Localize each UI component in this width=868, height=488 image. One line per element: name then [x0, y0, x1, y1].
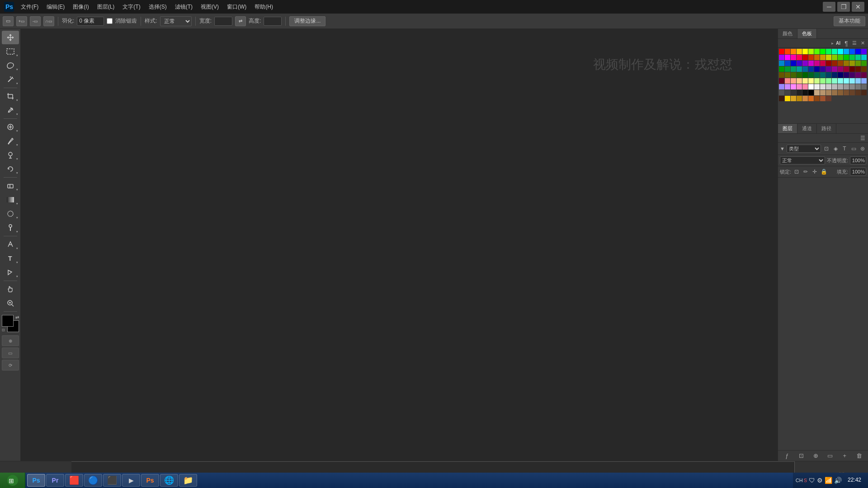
swatch-color[interactable] — [814, 66, 820, 72]
menu-view[interactable]: 视图(V) — [197, 2, 222, 12]
swatch-color[interactable] — [814, 78, 820, 84]
blend-mode-select[interactable]: 正常 — [780, 156, 825, 164]
system-clock[interactable]: 22:42 — [844, 477, 865, 484]
swatch-color[interactable] — [838, 90, 843, 95]
swap-colors[interactable]: ⇄ — [15, 315, 19, 320]
menu-file[interactable]: 文件(F) — [17, 2, 42, 12]
swatch-color[interactable] — [791, 96, 796, 101]
swatch-color[interactable] — [838, 61, 843, 66]
height-input[interactable] — [264, 17, 282, 26]
swatch-color[interactable] — [820, 96, 826, 101]
swatch-color[interactable] — [808, 61, 814, 66]
swatch-color[interactable] — [785, 90, 790, 95]
swatch-color[interactable] — [791, 78, 796, 84]
swatch-color[interactable] — [808, 84, 814, 89]
swatch-color[interactable] — [849, 55, 855, 60]
swatch-color[interactable] — [861, 66, 867, 72]
swatch-color[interactable] — [814, 96, 820, 101]
swatch-color[interactable] — [832, 90, 837, 95]
subtract-selection-btn[interactable]: -▭ — [30, 16, 41, 26]
swatch-color[interactable] — [855, 49, 861, 54]
lock-paint-btn[interactable]: ✏ — [802, 168, 809, 175]
menu-help[interactable]: 帮助(H) — [251, 2, 277, 12]
path-select-tool[interactable]: ▾ — [2, 266, 19, 279]
swatch-color[interactable] — [832, 72, 837, 78]
swatch-color[interactable] — [785, 49, 790, 54]
swap-dimensions-btn[interactable]: ⇄ — [235, 16, 246, 26]
swatch-color[interactable] — [779, 61, 784, 66]
anti-alias-checkbox[interactable] — [107, 18, 113, 24]
swatch-color[interactable] — [785, 55, 790, 60]
swatch-color[interactable] — [797, 49, 802, 54]
swatch-color[interactable] — [797, 78, 802, 84]
swatch-color[interactable] — [820, 55, 826, 60]
lock-position-btn[interactable]: ✛ — [811, 168, 818, 175]
swatch-color[interactable] — [820, 72, 826, 78]
swatch-color[interactable] — [820, 61, 826, 66]
swatch-color[interactable] — [808, 72, 814, 78]
paths-tab[interactable]: 路径 — [817, 124, 836, 133]
layer-type-select[interactable]: 类型 — [787, 145, 821, 153]
swatch-color[interactable] — [797, 66, 802, 72]
quick-mask-btn[interactable]: ⊕ — [2, 335, 19, 346]
swatch-color[interactable] — [791, 84, 796, 89]
swatch-color[interactable] — [826, 78, 831, 84]
menu-window[interactable]: 窗口(W) — [223, 2, 250, 12]
swatch-color[interactable] — [855, 72, 861, 78]
swatch-color[interactable] — [791, 72, 796, 78]
swatch-color[interactable] — [826, 55, 831, 60]
taskbar-app4-btn[interactable]: 🔵 — [84, 474, 102, 487]
swatch-color[interactable] — [814, 72, 820, 78]
swatch-color[interactable] — [832, 78, 837, 84]
intersect-selection-btn[interactable]: ∩▭ — [43, 16, 54, 26]
restore-button[interactable]: ❐ — [837, 2, 850, 12]
screen-mode-btn[interactable]: ▭ — [2, 347, 19, 358]
settings-tray-icon[interactable]: ⚙ — [817, 477, 823, 484]
swatch-color[interactable] — [832, 84, 837, 89]
swatch-color[interactable] — [826, 72, 831, 78]
ai-panel-btn[interactable]: AI — [835, 40, 842, 47]
opacity-input[interactable] — [850, 156, 866, 164]
healing-tool[interactable]: ▾ — [2, 120, 19, 134]
swatch-color[interactable] — [838, 55, 843, 60]
gradient-tool[interactable]: ▾ — [2, 193, 19, 206]
swatch-color[interactable] — [779, 90, 784, 95]
swatch-color[interactable] — [785, 66, 790, 72]
swatch-color[interactable] — [802, 72, 808, 78]
filter-pixel-btn[interactable]: ⊡ — [823, 145, 830, 152]
swatch-color[interactable] — [808, 96, 814, 101]
swatch-color[interactable] — [832, 49, 837, 54]
foreground-color[interactable] — [2, 315, 14, 327]
taskbar-app9-btn[interactable]: 📁 — [179, 474, 197, 487]
swatch-color[interactable] — [849, 49, 855, 54]
network-tray-icon[interactable]: 📶 — [825, 477, 832, 484]
brush-tool[interactable]: ▾ — [2, 134, 19, 148]
paragraph-panel-btn[interactable]: ¶ — [843, 40, 850, 47]
layer-mask-btn[interactable]: ⊡ — [797, 452, 806, 460]
swatch-color[interactable] — [791, 55, 796, 60]
eyedropper-tool[interactable]: ▾ — [2, 103, 19, 117]
layers-panel-menu[interactable]: ☰ — [859, 135, 866, 142]
swatch-color[interactable] — [791, 90, 796, 95]
swatch-color[interactable] — [802, 78, 808, 84]
swatch-color[interactable] — [855, 61, 861, 66]
layer-styles-btn[interactable]: ƒ — [783, 452, 792, 460]
swatch-color[interactable] — [826, 90, 831, 95]
filter-smart-btn[interactable]: ⊛ — [859, 145, 866, 152]
rotate-3d-btn[interactable]: ⟳ — [2, 360, 19, 371]
swatch-color[interactable] — [791, 61, 796, 66]
delete-layer-btn[interactable]: 🗑 — [854, 452, 863, 460]
basic-function-button[interactable]: 基本功能 — [834, 16, 865, 26]
swatch-color[interactable] — [844, 72, 849, 78]
swatch-color[interactable] — [808, 78, 814, 84]
taskbar-premiere-btn[interactable]: Pr — [46, 474, 64, 487]
swatch-color[interactable] — [802, 61, 808, 66]
swatch-color[interactable] — [861, 61, 867, 66]
swatch-color[interactable] — [797, 90, 802, 95]
swatch-color[interactable] — [844, 78, 849, 84]
swatch-color[interactable] — [820, 78, 826, 84]
swatch-color[interactable] — [820, 66, 826, 72]
swatch-color[interactable] — [849, 72, 855, 78]
swatch-color[interactable] — [779, 78, 784, 84]
swatches-tab[interactable]: 色板 — [797, 29, 817, 38]
